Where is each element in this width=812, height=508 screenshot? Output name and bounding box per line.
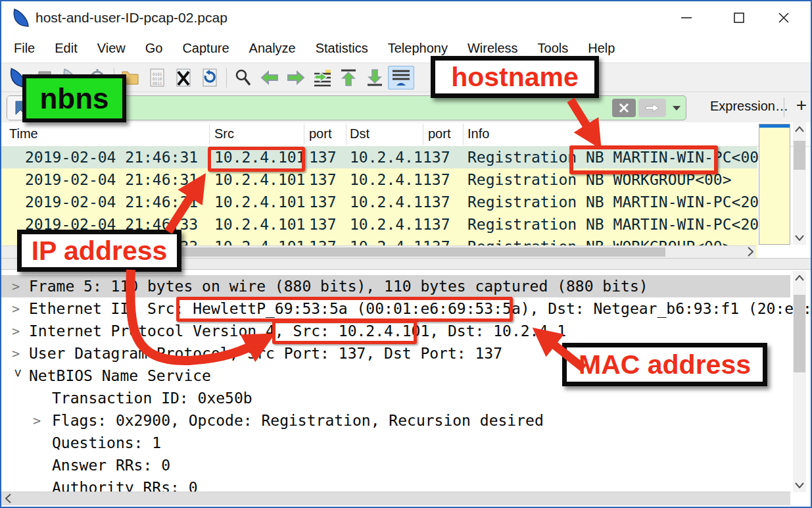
menu-tools[interactable]: Tools <box>528 41 579 56</box>
column-header-dst-port[interactable]: port <box>428 126 450 141</box>
packet-list-pane: Time Src port Dst port Info 2019-02-04 2… <box>1 122 811 258</box>
menu-bar: File Edit View Go Capture Analyze Statis… <box>1 34 811 63</box>
detail-line-answer-rrs[interactable]: Answer RRs: 0 <box>1 454 790 476</box>
find-packet-icon[interactable] <box>230 66 256 89</box>
intelligent-scrollbar-minimap[interactable] <box>759 124 790 245</box>
detail-line-transaction-id[interactable]: Transaction ID: 0xe50b <box>1 387 790 409</box>
menu-capture[interactable]: Capture <box>172 41 239 56</box>
minimize-button[interactable] <box>671 7 702 29</box>
detail-line-ethernet[interactable]: > Ethernet II, Src: HewlettP_69:53:5a (0… <box>1 297 790 320</box>
detail-scroll-thumb[interactable] <box>794 295 805 372</box>
packet-row-4[interactable]: 2019-02-04 21:46:33 10.2.4.101 137 10.2.… <box>1 213 757 236</box>
packet-row-3[interactable]: 2019-02-04 21:46:31 10.2.4.101 137 10.2.… <box>1 191 757 213</box>
detail-horizontal-scrollbar[interactable] <box>1 492 790 505</box>
chevron-down-icon <box>672 105 681 111</box>
scroll-down-icon[interactable] <box>795 482 804 488</box>
clear-x-icon <box>619 103 629 113</box>
close-button[interactable] <box>769 7 799 29</box>
expand-chevron-icon[interactable]: > <box>33 409 46 432</box>
detail-vertical-scrollbar[interactable] <box>793 271 806 492</box>
scroll-up-icon[interactable] <box>795 126 804 132</box>
detail-line-nbns[interactable]: > NetBIOS Name Service <box>1 365 790 387</box>
go-back-icon[interactable] <box>256 66 283 89</box>
wireshark-window: host-and-user-ID-pcap-02.pcap File Edit … <box>0 0 812 508</box>
column-header-info[interactable]: Info <box>467 126 489 141</box>
display-filter-group <box>7 95 686 120</box>
filter-separator <box>784 97 784 117</box>
window-title: host-and-user-ID-pcap-02.pcap <box>36 10 227 26</box>
menu-wireless[interactable]: Wireless <box>458 41 528 56</box>
packet-detail-pane: > Frame 5: 110 bytes on wire (880 bits),… <box>1 270 811 507</box>
column-header-time[interactable]: Time <box>9 126 38 141</box>
menu-help[interactable]: Help <box>578 41 625 56</box>
display-filter-input[interactable] <box>34 96 612 120</box>
packet-row-1[interactable]: 2019-02-04 21:46:31 10.2.4.101 137 10.2.… <box>1 146 757 168</box>
menu-edit[interactable]: Edit <box>45 41 87 56</box>
stop-capture-icon[interactable] <box>32 66 58 89</box>
detail-line-questions[interactable]: Questions: 1 <box>1 432 790 454</box>
packet-row-2[interactable]: 2019-02-04 21:46:31 10.2.4.101 137 10.2.… <box>1 168 757 191</box>
collapse-chevron-icon[interactable]: > <box>7 369 30 382</box>
expression-button[interactable]: Expression… <box>710 99 788 114</box>
svg-text:0101: 0101 <box>153 72 162 76</box>
packet-list-horizontal-scrollbar[interactable] <box>1 245 756 258</box>
detail-line-flags[interactable]: > Flags: 0x2900, Opcode: Registration, R… <box>1 409 790 432</box>
menu-view[interactable]: View <box>87 41 135 56</box>
maximize-button[interactable] <box>724 7 754 29</box>
menu-file[interactable]: File <box>4 41 45 56</box>
expand-chevron-icon[interactable]: > <box>12 320 25 342</box>
scroll-down-icon[interactable] <box>795 235 804 241</box>
open-file-icon[interactable] <box>118 66 144 89</box>
go-to-top-icon[interactable] <box>335 66 362 89</box>
detail-line-ip[interactable]: > Internet Protocol Version 4, Src: 10.2… <box>1 320 790 342</box>
detail-line-frame[interactable]: > Frame 5: 110 bytes on wire (880 bits),… <box>1 275 790 297</box>
column-header-src[interactable]: Src <box>214 126 234 141</box>
go-forward-icon[interactable] <box>283 66 309 89</box>
go-to-bottom-icon[interactable] <box>362 66 388 89</box>
filter-apply-button[interactable] <box>638 99 666 117</box>
wireshark-fin-icon <box>12 8 30 28</box>
scroll-right-icon[interactable] <box>747 247 753 257</box>
main-toolbar: 010101100011 <box>1 63 811 92</box>
expand-chevron-icon[interactable]: > <box>12 275 25 297</box>
detail-line-udp[interactable]: > User Datagram Protocol, Src Port: 137,… <box>1 342 790 365</box>
title-bar: host-and-user-ID-pcap-02.pcap <box>1 1 811 34</box>
expand-chevron-icon[interactable]: > <box>12 342 25 365</box>
svg-text:0110: 0110 <box>153 76 162 81</box>
apply-arrow-icon <box>645 103 659 113</box>
menu-analyze[interactable]: Analyze <box>239 41 306 56</box>
filter-dropdown-caret[interactable] <box>669 99 684 117</box>
restart-capture-icon[interactable] <box>58 66 84 89</box>
scroll-left-icon[interactable] <box>5 494 12 503</box>
bookmark-icon <box>14 100 27 116</box>
filter-clear-button[interactable] <box>612 99 636 117</box>
save-file-icon[interactable]: 010101100011 <box>144 66 170 89</box>
column-header-src-port[interactable]: port <box>309 126 331 141</box>
svg-text:0011: 0011 <box>153 81 162 86</box>
horizontal-scroll-thumb[interactable] <box>146 247 665 257</box>
reload-file-icon[interactable] <box>197 66 223 89</box>
column-header-dst[interactable]: Dst <box>350 126 370 141</box>
filter-bar: Expression… + <box>1 92 811 123</box>
pane-splitter[interactable] <box>1 258 811 270</box>
toolbar-separator <box>226 68 227 88</box>
menu-telephony[interactable]: Telephony <box>378 41 458 56</box>
auto-scroll-icon[interactable] <box>388 66 414 89</box>
scroll-up-icon[interactable] <box>795 275 804 281</box>
minimap-position-indicator <box>759 124 790 128</box>
add-filter-button[interactable]: + <box>792 95 811 116</box>
filter-bookmark-button[interactable] <box>7 96 34 120</box>
packet-list-header: Time Src port Dst port Info <box>1 122 811 147</box>
close-file-icon[interactable] <box>170 66 197 89</box>
menu-statistics[interactable]: Statistics <box>306 41 378 56</box>
expand-chevron-icon[interactable]: > <box>12 297 25 320</box>
start-capture-icon[interactable] <box>5 66 32 89</box>
menu-go[interactable]: Go <box>135 41 173 56</box>
capture-options-icon[interactable] <box>84 66 110 89</box>
packet-list-scroll-thumb[interactable] <box>794 141 805 170</box>
toolbar-separator <box>114 68 114 88</box>
go-to-packet-icon[interactable] <box>309 66 335 89</box>
